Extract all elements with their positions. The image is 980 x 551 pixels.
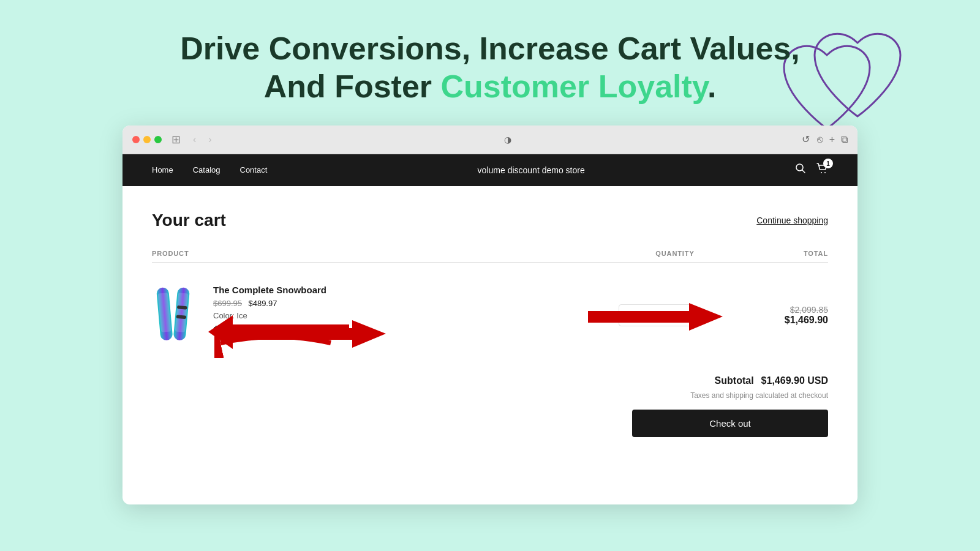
cart-badge: 1 xyxy=(823,159,833,168)
back-button[interactable]: ‹ xyxy=(190,133,198,146)
continue-shopping-link[interactable]: Continue shopping xyxy=(756,216,828,225)
store-nav-links: Home Catalog Contact xyxy=(152,165,267,174)
svg-marker-12 xyxy=(251,320,386,348)
windows-button[interactable]: ⧉ xyxy=(841,134,848,145)
hero-line1: Drive Conversions, Increase Cart Values, xyxy=(0,29,980,67)
product-image xyxy=(152,285,201,346)
cart-table-header: PRODUCT QUANTITY TOTAL xyxy=(152,245,828,263)
search-button[interactable] xyxy=(795,163,806,177)
tab-layout-button[interactable]: ⊞ xyxy=(169,132,183,148)
nav-contact[interactable]: Contact xyxy=(240,165,268,174)
store-nav-icons: 1 xyxy=(795,162,828,178)
cart-title: Your cart xyxy=(152,211,226,230)
product-pricing: $699.95 $489.97 xyxy=(213,298,326,309)
hero-line2-suffix: . xyxy=(707,69,716,104)
browser-dots xyxy=(132,136,162,143)
hero-line2-highlight: Customer Loyalty xyxy=(441,69,707,104)
svg-marker-13 xyxy=(588,303,723,331)
subtotal-value: $1,469.90 USD xyxy=(761,375,828,386)
product-sale-price: $489.97 xyxy=(248,299,277,308)
left-arrow-overlay xyxy=(251,317,386,351)
hero-line2-prefix: And Foster xyxy=(264,69,441,104)
cart-button[interactable]: 1 xyxy=(816,162,828,178)
address-bar: ◑ xyxy=(222,135,794,144)
subtotal-section: Subtotal $1,469.90 USD Taxes and shippin… xyxy=(152,375,828,437)
dot-maximize[interactable] xyxy=(154,136,162,143)
nav-home[interactable]: Home xyxy=(152,165,173,174)
nav-catalog[interactable]: Catalog xyxy=(193,165,221,174)
dot-minimize[interactable] xyxy=(143,136,151,143)
browser-chrome: ⊞ ‹ › ◑ ↺ ⎋ + ⧉ xyxy=(123,126,858,154)
svg-point-2 xyxy=(821,172,822,173)
right-arrow-overlay xyxy=(588,300,723,334)
col-product-label: PRODUCT xyxy=(152,250,614,257)
store-nav: Home Catalog Contact volume discount dem… xyxy=(123,154,858,186)
dot-close[interactable] xyxy=(132,136,140,143)
svg-line-1 xyxy=(802,170,805,173)
total-final-price: $1,469.90 xyxy=(785,315,828,326)
hero-section: Drive Conversions, Increase Cart Values,… xyxy=(0,0,980,126)
total-original-price: $2,099.85 xyxy=(790,305,828,315)
product-name: The Complete Snowboard xyxy=(213,285,326,295)
col-total-label: TOTAL xyxy=(736,250,828,257)
cart-header: Your cart Continue shopping xyxy=(152,211,828,230)
share-button[interactable]: ⎋ xyxy=(817,134,823,145)
svg-point-3 xyxy=(824,172,826,173)
store-title: volume discount demo store xyxy=(267,165,795,175)
product-original-price: $699.95 xyxy=(213,299,242,308)
new-tab-button[interactable]: + xyxy=(829,134,835,145)
col-quantity-label: QUANTITY xyxy=(614,250,736,257)
checkout-button[interactable]: Check out xyxy=(632,410,828,437)
security-icon: ◑ xyxy=(504,135,511,144)
price-column: $2,099.85 $1,469.90 xyxy=(736,305,828,326)
refresh-icon[interactable]: ↺ xyxy=(802,133,810,145)
subtotal-label: Subtotal xyxy=(715,375,754,386)
forward-button[interactable]: › xyxy=(206,133,214,146)
subtotal-row: Subtotal $1,469.90 USD xyxy=(715,375,828,386)
subtotal-note: Taxes and shipping calculated at checkou… xyxy=(690,391,828,400)
browser-actions: ⎋ + ⧉ xyxy=(817,134,848,145)
